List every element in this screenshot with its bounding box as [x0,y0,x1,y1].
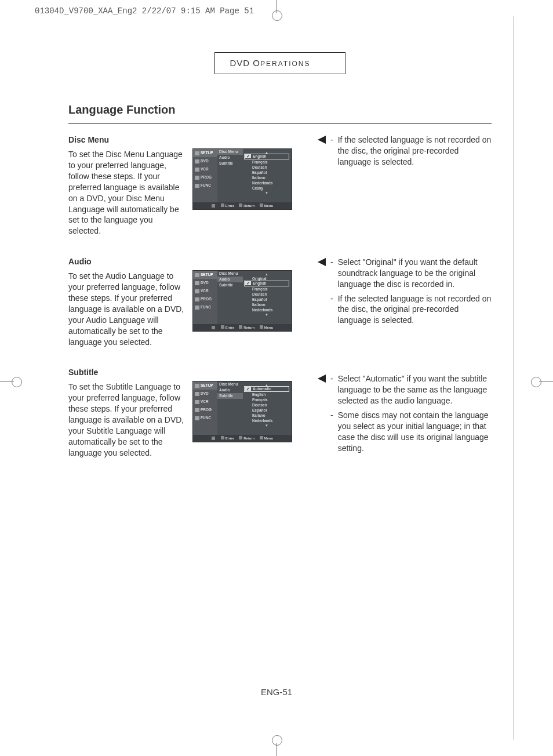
menu-icon [195,408,199,412]
osd-side-label: SETUP [201,272,213,278]
section-label-text: DVD O [230,58,261,68]
note-item: -If the selected language is not recorde… [318,135,492,168]
osd-side-item: PROG [193,295,217,303]
osd-footer-item: Menu [260,325,274,330]
osd-footer-item: Return [239,436,254,441]
osd-side-label: VCR [201,289,209,294]
content-block: AudioTo set the Audio Language to your p… [68,256,300,347]
button-icon [239,436,242,439]
menu-icon [195,384,199,388]
osd-mid-item: Subtitle [217,282,243,288]
osd-option: Deutsch [244,165,289,170]
menu-icon [195,306,199,310]
menu-icon [195,289,199,293]
osd-side-label: VCR [201,399,209,405]
bullet-dash: - [330,410,333,421]
osd-option: Nederlands [244,180,289,186]
osd-screenshot: SETUPDVDVCRPROGFUNCDisc MenuAudioSubtitl… [192,270,292,332]
note-text: If the selected language is not recorded… [338,293,492,326]
arrow-left-icon [318,411,326,419]
osd-side-item: PROG [193,173,217,181]
osd-footer: EnterReturnMenu [193,324,292,331]
bullet-dash: - [330,135,333,146]
arrow-left-icon [318,295,326,303]
section-label: DVD OPERATIONS [214,52,346,74]
osd-side-label: DVD [201,391,209,397]
left-column: Disc MenuTo set the Disc Menu Language t… [68,135,300,478]
osd-side-item: DVD [193,157,217,165]
osd-side-item: VCR [193,398,217,406]
osd-side-item: DVD [193,279,217,287]
button-icon [221,436,224,439]
osd-option: Nederlands [244,418,289,423]
note-text: If the selected language is not recorded… [338,135,492,168]
note-group: -Select "Automatic" if you want the subt… [318,373,492,453]
right-column: -If the selected language is not recorde… [318,135,492,478]
osd-option: Français [244,286,289,292]
menu-icon [195,176,199,180]
osd-side-item: SETUP [193,271,217,279]
nav-icon [212,326,215,329]
button-icon [239,203,242,207]
menu-icon [195,416,199,420]
note-text: Select "Original" if you want the defaul… [338,257,492,290]
osd-side-label: FUNC [201,416,211,421]
osd-side-label: FUNC [201,305,211,310]
content-block: Disc MenuTo set the Disc Menu Language t… [68,135,300,237]
osd-footer-item: Enter [221,436,234,441]
menu-icon [195,184,199,188]
page-number: ENG-51 [0,686,553,698]
osd-footer: EnterReturnMenu [193,435,292,442]
osd-option: Italiano [244,302,289,307]
osd-option: Español [244,408,289,413]
block-heading: Disc Menu [68,135,184,146]
note-text: Select "Automatic" if you want the subti… [338,373,492,406]
osd-side-label: SETUP [201,383,213,388]
block-body: To set the Disc Menu Language to your pr… [68,149,184,237]
button-icon [260,325,263,329]
scroll-down-icon: ▼ [244,312,289,317]
osd-side-label: VCR [201,167,209,172]
osd-mid-item: Disc Menu [217,149,243,155]
osd-side-label: DVD [201,159,209,164]
button-icon [260,203,263,207]
menu-icon [195,273,199,277]
block-body: To set the Subtitle Language to your pre… [68,381,184,458]
osd-mid-item: Audio [217,277,243,282]
nav-icon [212,437,215,440]
button-icon [239,325,242,329]
osd-footer-item: Return [239,325,254,330]
osd-option: Deutsch [244,292,289,297]
osd-option: Italiano [244,413,289,418]
osd-mid-item: Audio [217,155,243,161]
osd-option: Automatic [244,386,289,392]
osd-option: Français [244,159,289,165]
block-heading: Subtitle [68,367,184,378]
osd-side-item: SETUP [193,149,217,157]
osd-side-item: SETUP [193,381,217,390]
osd-mid-item: Disc Menu [217,271,243,277]
note-text: Some discs may not contain the language … [338,410,492,454]
osd-footer-item: Return [239,203,254,208]
osd-mid-item: Disc Menu [217,381,243,387]
arrow-left-icon [318,375,326,383]
osd-footer-item: Menu [260,436,274,441]
osd-option: English [244,154,289,159]
osd-side-label: PROG [201,408,212,413]
page-title: Language Function [68,102,492,118]
osd-option: Deutsch [244,402,289,408]
osd-side-label: PROG [201,175,212,180]
page-edge [514,16,514,740]
osd-footer-item: Menu [260,203,274,208]
button-icon [221,203,224,207]
block-body: To set the Audio Language to your prefer… [68,271,184,347]
block-heading: Audio [68,256,184,267]
menu-icon [195,297,199,301]
osd-side-item: PROG [193,406,217,414]
crop-mark-icon [268,733,286,756]
osd-side-item: DVD [193,390,217,398]
button-icon [221,325,224,329]
menu-icon [195,392,199,396]
osd-side-item: VCR [193,165,217,173]
osd-option: English [244,392,289,397]
